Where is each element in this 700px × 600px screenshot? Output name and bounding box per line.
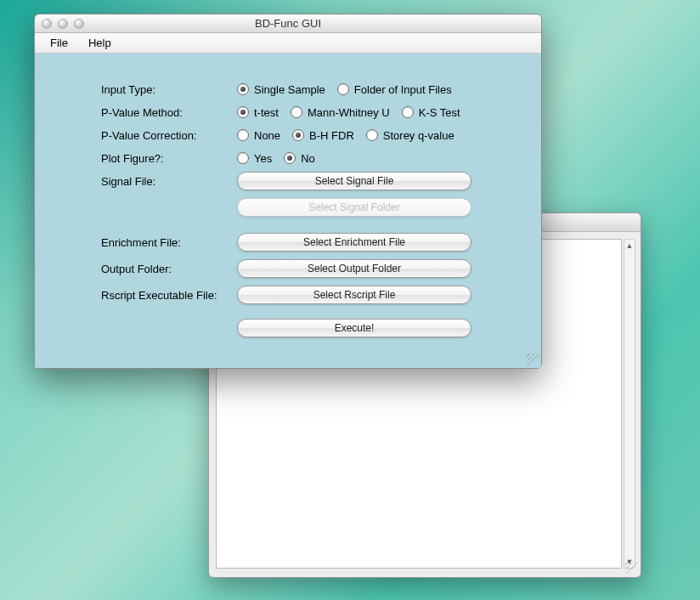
- row-pvalue-method: P-Value Method: t-test Mann-Whitney U K-…: [101, 102, 507, 122]
- main-window: BD-Func GUI File Help Input Type: Single…: [34, 14, 542, 369]
- row-execute: Execute!: [101, 318, 507, 338]
- execute-button[interactable]: Execute!: [237, 319, 471, 337]
- resize-grip-icon[interactable]: [625, 562, 637, 574]
- titlebar[interactable]: BD-Func GUI: [35, 14, 541, 33]
- radio-single-sample[interactable]: Single Sample: [237, 83, 325, 96]
- row-rscript: Rscript Executable File: Select Rscript …: [101, 285, 507, 305]
- label-enrichment-file: Enrichment File:: [101, 236, 237, 249]
- scroll-up-icon[interactable]: ▲: [624, 240, 635, 252]
- label-pvalue-method: P-Value Method:: [101, 106, 237, 119]
- radio-ks-test[interactable]: K-S Test: [402, 106, 460, 119]
- radio-mann-whitney[interactable]: Mann-Whitney U: [291, 106, 390, 119]
- label-plot-figure: Plot Figure?:: [101, 152, 237, 165]
- close-icon[interactable]: [42, 19, 52, 29]
- radio-dot-icon: [237, 83, 249, 95]
- radio-dot-icon: [237, 106, 249, 118]
- radio-folder-input[interactable]: Folder of Input Files: [337, 83, 452, 96]
- label-signal-file: Signal File:: [101, 175, 237, 188]
- label-input-type: Input Type:: [101, 83, 237, 96]
- radio-plot-no[interactable]: No: [284, 152, 315, 165]
- radio-none[interactable]: None: [237, 129, 280, 142]
- radio-dot-icon: [337, 83, 349, 95]
- row-output-folder: Output Folder: Select Output Folder: [101, 258, 507, 279]
- radio-dot-icon: [237, 152, 249, 164]
- select-signal-file-button[interactable]: Select Signal File: [237, 172, 471, 190]
- row-signal-folder: Select Signal Folder: [101, 197, 507, 218]
- row-plot-figure: Plot Figure?: Yes No: [101, 148, 507, 168]
- zoom-icon[interactable]: [74, 19, 84, 29]
- menubar: File Help: [35, 33, 541, 54]
- log-scrollbar[interactable]: ▲ ▼: [624, 239, 635, 569]
- radio-dot-icon: [291, 106, 302, 118]
- radio-dot-icon: [292, 129, 304, 141]
- row-input-type: Input Type: Single Sample Folder of Inpu…: [101, 79, 507, 99]
- radio-bh-fdr[interactable]: B-H FDR: [292, 129, 354, 142]
- resize-grip-icon[interactable]: [527, 354, 539, 365]
- radio-dot-icon: [366, 129, 378, 141]
- window-controls: [35, 19, 84, 29]
- select-output-folder-button[interactable]: Select Output Folder: [237, 259, 471, 278]
- row-enrichment-file: Enrichment File: Select Enrichment File: [101, 232, 507, 252]
- radio-dot-icon: [402, 106, 414, 118]
- radio-dot-icon: [237, 129, 249, 141]
- window-title: BD-Func GUI: [35, 17, 541, 30]
- radio-storey-q[interactable]: Storey q-value: [366, 129, 454, 142]
- radio-plot-yes[interactable]: Yes: [237, 152, 272, 165]
- select-enrichment-file-button[interactable]: Select Enrichment File: [237, 233, 471, 252]
- menu-file[interactable]: File: [42, 35, 76, 51]
- label-pvalue-correction: P-Value Correction:: [101, 129, 237, 142]
- label-output-folder: Output Folder:: [101, 263, 237, 275]
- row-signal-file: Signal File: Select Signal File: [101, 171, 507, 191]
- label-rscript: Rscript Executable File:: [101, 289, 237, 302]
- radio-t-test[interactable]: t-test: [237, 106, 279, 119]
- minimize-icon[interactable]: [58, 19, 68, 29]
- form-panel: Input Type: Single Sample Folder of Inpu…: [35, 54, 541, 368]
- radio-dot-icon: [284, 152, 296, 164]
- select-signal-folder-button: Select Signal Folder: [237, 198, 471, 217]
- row-pvalue-correction: P-Value Correction: None B-H FDR Storey …: [101, 125, 507, 145]
- select-rscript-file-button[interactable]: Select Rscript File: [237, 286, 471, 304]
- menu-help[interactable]: Help: [80, 35, 120, 51]
